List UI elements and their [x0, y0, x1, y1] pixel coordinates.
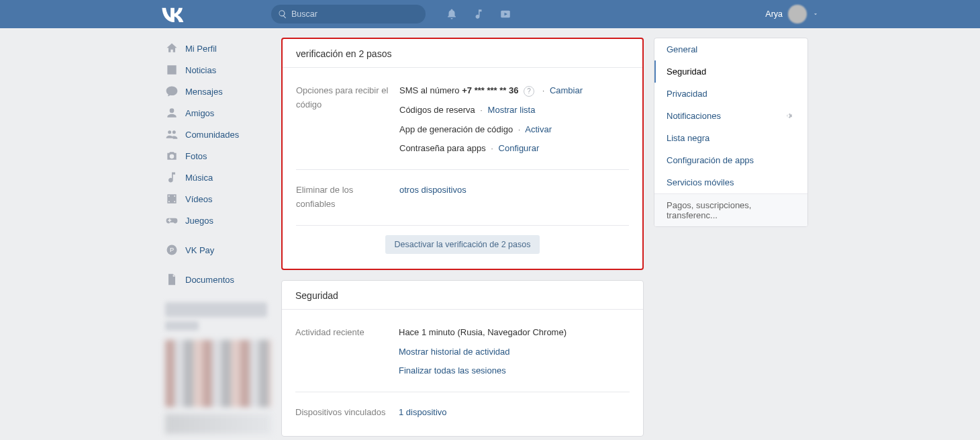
home-icon: [165, 42, 179, 55]
nav-label: Documentos: [185, 275, 234, 285]
two-step-title: verificación en 2 pasos: [296, 48, 629, 59]
recent-activity-label: Actividad reciente: [295, 326, 389, 378]
rnav-privacy[interactable]: Privacidad: [654, 83, 807, 105]
nav-videos[interactable]: Vídeos: [161, 188, 271, 210]
blurred-content: [165, 302, 267, 317]
news-icon: [165, 63, 179, 77]
nav-messages[interactable]: Mensajes: [161, 81, 271, 102]
pay-icon: P: [165, 243, 179, 257]
rnav-label: Seguridad: [667, 67, 706, 77]
rnav-label: Configuración de apps: [667, 155, 754, 165]
rnav-general[interactable]: General: [654, 38, 807, 60]
nav-label: Vídeos: [185, 194, 212, 204]
video-icon[interactable]: [499, 8, 511, 20]
rnav-label: Privacidad: [667, 89, 707, 99]
nav-vkpay[interactable]: PVK Pay: [161, 239, 271, 261]
nav-music[interactable]: Música: [161, 167, 271, 188]
bell-icon[interactable]: [446, 8, 458, 20]
change-link[interactable]: Cambiar: [550, 85, 583, 95]
linked-devices-link[interactable]: 1 dispositivo: [399, 407, 447, 417]
nav-photos[interactable]: Fotos: [161, 145, 271, 167]
rnav-label: General: [667, 44, 697, 54]
nav-friends[interactable]: Amigos: [161, 102, 271, 124]
activate-link[interactable]: Activar: [525, 124, 552, 134]
codegen-label: App de generación de código: [399, 124, 513, 134]
nav-label: Mensajes: [185, 87, 223, 97]
user-name: Arya: [765, 9, 783, 19]
rnav-security[interactable]: Seguridad: [654, 60, 807, 83]
nav-label: VK Pay: [185, 245, 214, 255]
sms-prefix: SMS al número: [399, 85, 462, 95]
sms-number: +7 *** *** ** 36: [462, 85, 518, 95]
nav-news[interactable]: Noticias: [161, 59, 271, 81]
show-list-link[interactable]: Mostrar lista: [488, 105, 536, 115]
nav-communities[interactable]: Comunidades: [161, 124, 271, 145]
user-menu[interactable]: Arya: [765, 5, 819, 24]
options-label: Opciones para recibir el código: [296, 84, 390, 156]
settings-nav: General Seguridad Privacidad Notificacio…: [654, 38, 808, 227]
end-sessions-link[interactable]: Finalizar todas las sesiones: [399, 365, 506, 376]
backup-codes-label: Códigos de reserva: [399, 105, 475, 115]
gamepad-icon: [165, 214, 179, 227]
two-step-panel: verificación en 2 pasos Opciones para re…: [281, 38, 644, 270]
security-panel: Seguridad Actividad reciente Hace 1 minu…: [281, 280, 644, 437]
rnav-label: Servicios móviles: [667, 177, 734, 187]
nav-documents[interactable]: Documentos: [161, 269, 271, 290]
rnav-payments[interactable]: Pagos, suscripciones, transferenc...: [654, 194, 807, 226]
music-note-icon: [165, 171, 179, 184]
rnav-mobile[interactable]: Servicios móviles: [654, 171, 807, 193]
nav-label: Noticias: [185, 65, 216, 75]
blurred-thumbs: [165, 340, 271, 407]
linked-devices-label: Dispositivos vinculados: [295, 406, 389, 420]
rnav-apps[interactable]: Configuración de apps: [654, 149, 807, 171]
rnav-label: Notificaciones: [667, 111, 721, 121]
security-title: Seguridad: [295, 290, 630, 301]
search-input[interactable]: [271, 5, 426, 24]
svg-text:P: P: [170, 247, 174, 253]
disable-two-step-button[interactable]: Desactivar la verificación de 2 pasos: [385, 235, 540, 254]
nav-label: Música: [185, 173, 213, 183]
messages-icon: [165, 85, 179, 98]
rnav-notifications[interactable]: Notificaciones: [654, 105, 807, 127]
camera-icon: [165, 149, 179, 163]
music-icon[interactable]: [473, 8, 485, 20]
communities-icon: [165, 128, 179, 141]
blurred-content: [165, 321, 199, 331]
search-wrap: [271, 5, 426, 24]
other-devices-link[interactable]: otros dispositivos: [399, 185, 467, 195]
avatar: [788, 5, 807, 24]
nav-games[interactable]: Juegos: [161, 210, 271, 231]
vk-logo[interactable]: [161, 6, 184, 22]
trusted-label: Eliminar de los confiables: [296, 183, 390, 212]
document-icon: [165, 273, 179, 286]
app-password-label: Contraseña para apps: [399, 143, 486, 153]
nav-label: Mi Perfil: [185, 44, 217, 54]
search-icon: [278, 9, 287, 19]
nav-label: Amigos: [185, 108, 214, 118]
friends-icon: [165, 106, 179, 120]
nav-label: Comunidades: [185, 130, 239, 140]
gear-icon[interactable]: [786, 112, 795, 121]
nav-label: Fotos: [185, 151, 207, 161]
configure-link[interactable]: Configurar: [499, 143, 540, 153]
blurred-thumbs: [165, 414, 271, 434]
nav-profile[interactable]: Mi Perfil: [161, 38, 271, 59]
help-icon[interactable]: ?: [524, 86, 534, 97]
activity-history-link[interactable]: Mostrar historial de actividad: [399, 347, 509, 357]
rnav-label: Lista negra: [667, 133, 709, 143]
nav-label: Juegos: [185, 216, 213, 226]
recent-activity-value: Hace 1 minuto (Rusia, Navegador Chrome): [399, 326, 630, 340]
chevron-down-icon: [812, 11, 819, 17]
film-icon: [165, 192, 179, 206]
rnav-blacklist[interactable]: Lista negra: [654, 127, 807, 149]
rnav-label: Pagos, suscripciones, transferenc...: [667, 200, 795, 220]
